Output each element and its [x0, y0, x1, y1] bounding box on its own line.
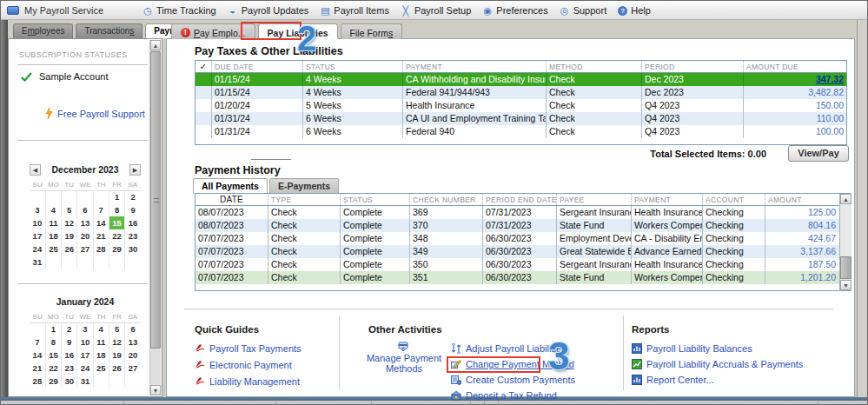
- table-scrollbar[interactable]: ▲ ▼: [839, 194, 851, 290]
- calendar-day[interactable]: 16: [125, 216, 141, 229]
- table-row[interactable]: 07/07/2023CheckComplete35006/30/2023Serg…: [195, 258, 839, 271]
- calendar-day[interactable]: 16: [62, 349, 77, 362]
- calendar-day[interactable]: 20: [125, 349, 141, 362]
- calendar-day[interactable]: 1: [45, 322, 61, 335]
- column-header-method[interactable]: METHOD: [546, 61, 641, 72]
- report-link-payroll-liability-balances[interactable]: Payroll Liability Balances: [632, 343, 752, 354]
- calendar-day[interactable]: 24: [30, 242, 45, 256]
- calendar-day[interactable]: 23: [62, 362, 77, 375]
- calendar-day[interactable]: 5: [62, 203, 77, 216]
- column-header-due-date[interactable]: DUE DATE: [211, 61, 302, 72]
- calendar-day[interactable]: 20: [77, 229, 93, 242]
- calendar-day[interactable]: 29: [45, 375, 61, 388]
- table-row[interactable]: 07/07/2023CheckComplete34806/30/2023Empl…: [195, 232, 839, 245]
- calendar-day[interactable]: 2: [125, 190, 141, 203]
- calendar-day[interactable]: 26: [62, 242, 77, 256]
- report-link-report-center[interactable]: Report Center...: [632, 375, 714, 385]
- calendar-day[interactable]: 23: [125, 229, 141, 242]
- calendar-day[interactable]: 15: [109, 216, 124, 229]
- calendar-day[interactable]: 14: [93, 216, 109, 229]
- calendar-day[interactable]: 19: [109, 349, 124, 362]
- quick-guide-link-payroll-tax-payments[interactable]: Payroll Tax Payments: [195, 343, 301, 354]
- calendar-day[interactable]: 18: [45, 229, 61, 242]
- calendar-day[interactable]: 28: [30, 375, 45, 388]
- calendar-day[interactable]: 22: [109, 229, 124, 242]
- calendar-day[interactable]: 29: [109, 242, 124, 256]
- calendar-day[interactable]: 13: [125, 335, 141, 349]
- column-header-amount-due[interactable]: AMOUNT DUE: [743, 61, 846, 72]
- calendar-day[interactable]: 31: [77, 375, 93, 388]
- calendar-day[interactable]: 1: [109, 190, 124, 203]
- calendar-day[interactable]: 5: [109, 322, 124, 335]
- free-payroll-support-link[interactable]: Free Payroll Support: [57, 109, 145, 119]
- calendar-day[interactable]: 17: [30, 229, 45, 242]
- calendar-day[interactable]: 9: [125, 203, 141, 216]
- calendar-day[interactable]: 24: [77, 362, 93, 375]
- table-row[interactable]: 08/07/2023CheckComplete36907/31/2023Serg…: [195, 206, 839, 219]
- calendar-day[interactable]: 14: [30, 349, 45, 362]
- calendar-day[interactable]: 27: [125, 362, 141, 375]
- calendar-day[interactable]: 7: [93, 203, 109, 216]
- next-month-icon[interactable]: ▶: [129, 164, 141, 176]
- activity-link-create-custom-payments[interactable]: Create Custom Payments: [451, 375, 575, 385]
- column-header-payee[interactable]: PAYEE: [556, 194, 631, 205]
- calendar-day[interactable]: 10: [30, 216, 45, 229]
- calendar-day[interactable]: 21: [30, 362, 45, 375]
- activity-link-adjust-payroll-liabilities[interactable]: Adjust Payroll Liabilities: [451, 343, 567, 354]
- calendar-day[interactable]: 9: [62, 335, 77, 349]
- table-row[interactable]: 01/31/246 WeeksCA UI and Employment Trai…: [195, 112, 846, 125]
- column-header-period[interactable]: PERIOD: [641, 61, 743, 72]
- sidebar-tab-employees[interactable]: Employees: [13, 23, 73, 38]
- calendar-day[interactable]: 6: [77, 203, 93, 216]
- column-header-payment[interactable]: PAYMENT: [402, 61, 546, 72]
- calendar-day[interactable]: 26: [109, 362, 124, 375]
- calendar-day[interactable]: 27: [77, 242, 93, 256]
- scrollbar-thumb[interactable]: [150, 51, 161, 349]
- table-row[interactable]: 07/07/2023CheckComplete35106/30/2023Stat…: [195, 271, 839, 284]
- calendar-day[interactable]: 25: [45, 242, 61, 256]
- calendar-day[interactable]: 10: [77, 335, 93, 349]
- history-tab-e-payments[interactable]: E-Payments: [269, 178, 339, 194]
- prev-month-icon[interactable]: ◀: [30, 164, 41, 176]
- calendar-day[interactable]: 17: [77, 349, 93, 362]
- column-header-period-end-date[interactable]: PERIOD END DATE: [482, 194, 556, 205]
- calendar-day[interactable]: 18: [93, 349, 109, 362]
- column-header-status[interactable]: STATUS: [340, 194, 409, 205]
- calendar-day[interactable]: 3: [30, 203, 45, 216]
- calendar-day[interactable]: 28: [93, 242, 109, 256]
- column-header-status[interactable]: STATUS: [302, 61, 402, 72]
- subtab-pay-liabilities[interactable]: Pay Liabilities: [258, 23, 338, 39]
- subtab-file-forms[interactable]: File Forms: [341, 23, 403, 39]
- table-row[interactable]: 07/07/2023CheckComplete34906/30/2023Grea…: [195, 245, 839, 258]
- manage-payment-methods-link[interactable]: Manage Payment Methods: [356, 353, 452, 374]
- calendar-day[interactable]: 8: [45, 335, 61, 349]
- calendar-day[interactable]: 30: [125, 242, 141, 256]
- calendar-day[interactable]: 21: [93, 229, 109, 242]
- calendar-day[interactable]: 25: [93, 362, 109, 375]
- table-row[interactable]: 01/20/245 WeeksHealth InsuranceCheckQ4 2…: [195, 99, 846, 112]
- scroll-up-icon[interactable]: ▲: [150, 40, 161, 50]
- sidebar-tab-transactions[interactable]: Transactions: [76, 23, 142, 38]
- column-header-amount[interactable]: AMOUNT: [765, 194, 838, 205]
- scroll-down-icon[interactable]: ▼: [840, 280, 851, 290]
- scroll-up-icon[interactable]: ▲: [840, 194, 851, 204]
- column-header-account[interactable]: ACCOUNT: [702, 194, 765, 205]
- calendar-day[interactable]: 12: [109, 335, 124, 349]
- column-header-[interactable]: ✓: [195, 61, 211, 72]
- scroll-down-icon[interactable]: ▼: [150, 385, 161, 395]
- column-header-date[interactable]: DATE: [195, 194, 268, 205]
- column-header-type[interactable]: TYPE: [268, 194, 340, 205]
- sidebar-scrollbar[interactable]: ▲ ▼: [149, 40, 161, 395]
- calendar-day[interactable]: 22: [45, 362, 61, 375]
- calendar-day[interactable]: 19: [62, 229, 77, 242]
- table-row[interactable]: 01/15/244 WeeksCA Withholding and Disabi…: [195, 73, 846, 86]
- menu-item-preferences[interactable]: ◉Preferences: [482, 5, 547, 16]
- calendar-day[interactable]: 3: [77, 322, 93, 335]
- scrollbar-thumb[interactable]: [840, 256, 851, 279]
- subtab-pay-emplo[interactable]: !Pay Emplo...: [171, 23, 255, 39]
- quick-guide-link-electronic-payment[interactable]: Electronic Payment: [195, 360, 292, 370]
- menu-item-payroll-setup[interactable]: ╳Payroll Setup: [401, 5, 471, 16]
- table-row[interactable]: 01/15/244 WeeksFederal 941/944/943CheckD…: [195, 86, 846, 99]
- calendar-day[interactable]: 6: [125, 322, 141, 335]
- history-tab-all-payments[interactable]: All Payments: [193, 178, 268, 194]
